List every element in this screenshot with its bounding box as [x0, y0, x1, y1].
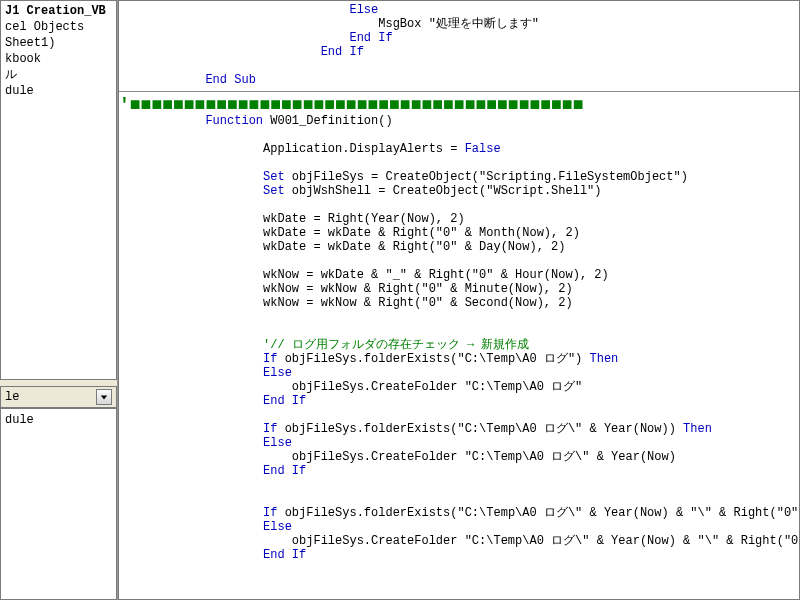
object-selector-value: le	[5, 390, 96, 404]
sidebar: J1 Creation_VB cel Objects Sheet1) kbook…	[0, 0, 118, 600]
project-explorer[interactable]: J1 Creation_VB cel Objects Sheet1) kbook…	[0, 0, 117, 380]
tree-node[interactable]: cel Objects	[5, 19, 112, 35]
tree-node[interactable]: kbook	[5, 51, 112, 67]
comment-bar: '■■■■■■■■■■■■■■■■■■■■■■■■■■■■■■■■■■■■■■■…	[119, 96, 799, 114]
code-block-body[interactable]: Application.DisplayAlerts = False Set ob…	[119, 142, 799, 562]
class-list[interactable]: dule	[0, 408, 117, 600]
function-header[interactable]: Function W001_Definition()	[119, 114, 799, 142]
project-root-node[interactable]: J1 Creation_VB	[5, 3, 112, 19]
code-pane[interactable]: Else MsgBox "処理を中断します" End If End If End…	[118, 0, 800, 600]
tree-node[interactable]: dule	[5, 83, 112, 99]
code-block-top[interactable]: Else MsgBox "処理を中断します" End If End If End…	[119, 3, 799, 87]
procedure-divider	[119, 91, 799, 92]
tree-node[interactable]: ル	[5, 67, 112, 83]
tree-node[interactable]: Sheet1)	[5, 35, 112, 51]
root: J1 Creation_VB cel Objects Sheet1) kbook…	[0, 0, 800, 600]
object-selector[interactable]: le	[0, 386, 117, 408]
chevron-down-icon[interactable]	[96, 389, 112, 405]
list-item[interactable]: dule	[5, 413, 112, 427]
svg-marker-0	[101, 395, 107, 399]
